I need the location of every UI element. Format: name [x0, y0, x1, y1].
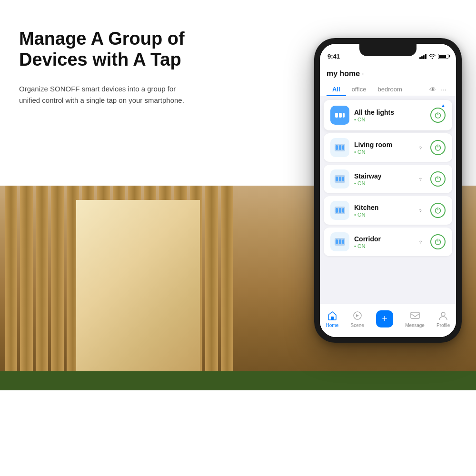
svg-rect-14 [339, 208, 341, 213]
tabs-row: All office bedroom 👁 ··· [327, 83, 449, 96]
featured-device-status: ON [354, 117, 426, 122]
battery-fill [439, 55, 446, 58]
profile-icon [437, 310, 449, 321]
slat [36, 186, 48, 390]
home-title-row: my home › [327, 69, 449, 78]
ground [0, 371, 476, 390]
home-title: my home [327, 69, 360, 78]
tab-all[interactable]: All [327, 83, 346, 96]
home-icon [327, 310, 338, 321]
svg-rect-18 [339, 239, 341, 244]
tab-office[interactable]: office [346, 83, 372, 96]
notch [359, 44, 416, 56]
power-button-2[interactable] [430, 203, 446, 218]
svg-rect-15 [342, 208, 344, 213]
battery-tip [449, 55, 450, 58]
device-status-0: ON [354, 149, 418, 155]
device-icon-box-1 [330, 169, 349, 188]
svg-rect-20 [331, 317, 334, 320]
svg-rect-11 [342, 177, 344, 181]
device-info-3: Corridor ON [354, 235, 418, 249]
svg-rect-22 [411, 312, 419, 318]
device-card-1[interactable]: Stairway ON [324, 165, 452, 193]
signal-bars-icon [419, 54, 426, 59]
svg-rect-17 [336, 239, 338, 244]
wifi-small-icon-3 [418, 240, 423, 244]
switch-icon-0 [335, 144, 345, 151]
device-name-0: Living room [354, 141, 418, 149]
scene-icon [352, 310, 363, 321]
signal-bar-3 [423, 55, 425, 59]
signal-bar-4 [425, 54, 426, 59]
phone-wrapper: 9:41 [314, 38, 462, 343]
bottom-nav: Home Scene + [320, 304, 456, 337]
nav-scene-label: Scene [350, 323, 364, 328]
switch-icon-2 [335, 207, 345, 214]
eye-icon[interactable]: 👁 [429, 86, 436, 93]
more-icon[interactable]: ··· [441, 86, 446, 93]
add-button[interactable]: + [376, 310, 393, 327]
signal-bar-2 [421, 56, 423, 59]
nav-message-label: Message [405, 323, 425, 328]
status-time: 9:41 [327, 53, 340, 60]
featured-device-card[interactable]: ▲ All the lights [324, 100, 452, 130]
device-status-2: ON [354, 212, 418, 218]
nav-home-label: Home [326, 323, 339, 328]
device-info-0: Living room ON [354, 141, 418, 155]
main-heading: Manage A Group of Devices with A Tap [19, 29, 219, 70]
nav-scene[interactable]: Scene [350, 310, 364, 328]
slat [221, 186, 233, 390]
featured-power-button[interactable] [430, 108, 446, 123]
svg-rect-5 [336, 145, 338, 150]
nav-message[interactable]: Message [405, 310, 425, 328]
nav-home[interactable]: Home [326, 310, 339, 328]
device-info-1: Stairway ON [354, 172, 418, 186]
nav-add[interactable]: + [376, 310, 393, 327]
switch-device-icon [334, 111, 346, 119]
device-icon-box-featured [330, 106, 349, 125]
wifi-small-icon-2 [418, 208, 423, 212]
svg-rect-3 [343, 113, 345, 118]
wifi-icon [429, 54, 436, 59]
slat [205, 186, 218, 390]
app-header: my home › All office be [320, 65, 456, 96]
slat [5, 186, 17, 390]
device-card-0[interactable]: Living room ON [324, 133, 452, 162]
phone-frame: 9:41 [314, 38, 462, 343]
tab-actions: 👁 ··· [429, 86, 449, 93]
svg-rect-2 [339, 113, 342, 118]
device-name-3: Corridor [354, 235, 418, 243]
status-icons [419, 54, 448, 59]
left-content: Manage A Group of Devices with A Tap Org… [19, 29, 219, 106]
tab-bedroom[interactable]: bedroom [372, 83, 407, 96]
device-card-2[interactable]: Kitchen ON [324, 196, 452, 225]
featured-device-name: All the lights [354, 109, 426, 116]
device-icon-box-2 [330, 201, 349, 220]
slat [20, 186, 32, 390]
switch-icon-1 [335, 175, 345, 183]
svg-point-23 [441, 312, 445, 316]
nav-profile-label: Profile [436, 323, 450, 328]
svg-rect-1 [335, 113, 338, 118]
phone-screen: 9:41 [320, 44, 456, 337]
svg-rect-10 [339, 177, 341, 181]
expand-arrow-icon: ▲ [441, 103, 446, 108]
device-status-3: ON [354, 243, 418, 249]
device-info-2: Kitchen ON [354, 204, 418, 218]
device-icon-box-3 [330, 232, 349, 251]
sub-text: Organize SONOFF smart devices into a gro… [19, 83, 190, 106]
power-button-1[interactable] [430, 171, 446, 187]
featured-device-info: All the lights ON [354, 109, 426, 122]
svg-rect-6 [339, 145, 341, 150]
device-name-2: Kitchen [354, 204, 418, 211]
device-name-1: Stairway [354, 172, 418, 180]
svg-rect-13 [336, 208, 338, 213]
device-icon-box-0 [330, 138, 349, 157]
wifi-small-icon-1 [418, 177, 423, 181]
power-button-0[interactable] [430, 140, 446, 155]
signal-bar-1 [419, 57, 421, 59]
device-card-3[interactable]: Corridor ON [324, 228, 452, 256]
slat [51, 186, 63, 390]
nav-profile[interactable]: Profile [436, 310, 450, 328]
power-button-3[interactable] [430, 234, 446, 249]
